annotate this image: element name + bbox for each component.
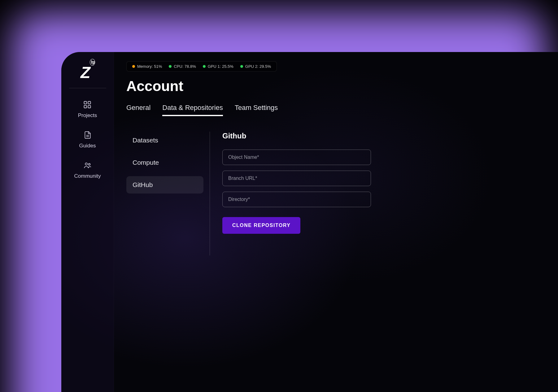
field-branch-url xyxy=(222,171,371,186)
sidebar-item-label: Community xyxy=(74,173,101,179)
branch-url-input[interactable] xyxy=(222,171,371,186)
svg-rect-2 xyxy=(84,105,87,108)
status-dot-icon xyxy=(169,65,172,68)
main-content: Memory: 51% CPU: 78.8% GPU 1: 25.5% GPU … xyxy=(114,52,558,392)
subnav-item-datasets[interactable]: Datasets xyxy=(126,132,203,149)
github-panel: Github CLONE REPOSITORY xyxy=(222,132,558,255)
directory-input[interactable] xyxy=(222,192,371,207)
status-label: CPU: 78.8% xyxy=(174,64,196,69)
status-label: GPU 2: 29.5% xyxy=(245,64,271,69)
sidebar-item-projects[interactable]: Projects xyxy=(78,100,97,119)
svg-point-6 xyxy=(85,163,87,165)
status-dot-icon xyxy=(132,65,135,68)
page-title: Account xyxy=(126,78,558,94)
status-dot-icon xyxy=(203,65,206,68)
svg-rect-3 xyxy=(88,105,91,108)
tab-general[interactable]: General xyxy=(126,104,150,116)
status-cpu: CPU: 78.8% xyxy=(169,64,196,69)
logo-badge: hp xyxy=(90,59,95,66)
sidebar-item-community[interactable]: Community xyxy=(74,161,101,179)
tab-team-settings[interactable]: Team Settings xyxy=(235,104,278,116)
sidebar-item-label: Projects xyxy=(78,112,97,119)
panel-heading: Github xyxy=(222,132,549,140)
svg-point-7 xyxy=(88,163,90,165)
grid-icon xyxy=(83,100,92,109)
status-gpu1: GPU 1: 25.5% xyxy=(203,64,233,69)
svg-rect-1 xyxy=(88,102,91,104)
sidebar: Zhp Projects G xyxy=(61,52,114,392)
object-name-input[interactable] xyxy=(222,150,371,165)
brand-logo: Zhp xyxy=(69,64,106,88)
status-dot-icon xyxy=(240,65,243,68)
logo-text: Z xyxy=(81,63,89,81)
sub-nav: Datasets Compute GitHub xyxy=(126,132,210,255)
content-row: Datasets Compute GitHub Github CLONE REP… xyxy=(126,132,558,255)
clone-repository-button[interactable]: CLONE REPOSITORY xyxy=(222,217,300,234)
svg-rect-0 xyxy=(84,102,87,104)
status-label: GPU 1: 25.5% xyxy=(208,64,233,69)
status-gpu2: GPU 2: 29.5% xyxy=(240,64,271,69)
sidebar-item-label: Guides xyxy=(79,143,96,149)
sidebar-item-guides[interactable]: Guides xyxy=(79,130,96,149)
field-directory xyxy=(222,192,371,207)
field-object-name xyxy=(222,150,371,165)
people-icon xyxy=(83,161,92,170)
status-memory: Memory: 51% xyxy=(132,64,162,69)
status-bar: Memory: 51% CPU: 78.8% GPU 1: 25.5% GPU … xyxy=(126,61,277,72)
document-icon xyxy=(83,130,92,140)
status-label: Memory: 51% xyxy=(137,64,162,69)
tabs: General Data & Repositories Team Setting… xyxy=(126,104,558,116)
app-window: Zhp Projects G xyxy=(61,52,558,392)
tab-data-repositories[interactable]: Data & Repositories xyxy=(162,104,223,116)
subnav-item-github[interactable]: GitHub xyxy=(126,176,203,194)
subnav-item-compute[interactable]: Compute xyxy=(126,154,203,171)
